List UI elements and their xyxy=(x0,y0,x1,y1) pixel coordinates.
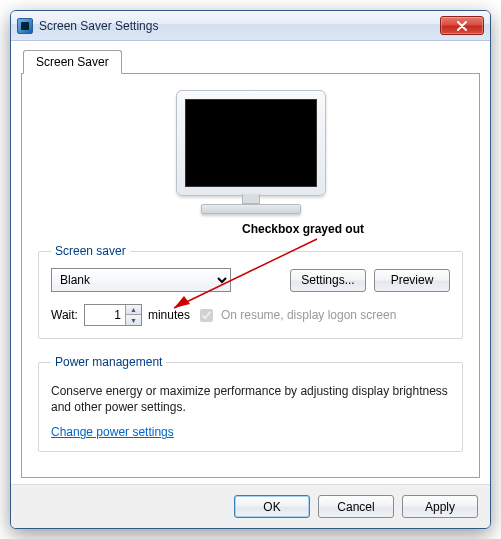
preview-button[interactable]: Preview xyxy=(374,269,450,292)
resume-checkbox-group: On resume, display logon screen xyxy=(196,306,396,325)
screensaver-group: Screen saver Blank Settings... Preview W… xyxy=(38,244,463,339)
tab-screensaver[interactable]: Screen Saver xyxy=(23,50,122,74)
spinner-down[interactable]: ▼ xyxy=(126,315,141,325)
cancel-button[interactable]: Cancel xyxy=(318,495,394,518)
settings-button[interactable]: Settings... xyxy=(290,269,366,292)
wait-label: Wait: xyxy=(51,308,78,322)
wait-spinner[interactable]: ▲ ▼ xyxy=(84,304,142,326)
change-power-settings-link[interactable]: Change power settings xyxy=(51,425,174,439)
resume-checkbox xyxy=(200,309,213,322)
apply-button[interactable]: Apply xyxy=(402,495,478,518)
power-legend: Power management xyxy=(51,355,166,369)
window-title: Screen Saver Settings xyxy=(39,19,440,33)
screensaver-select[interactable]: Blank xyxy=(51,268,231,292)
wait-unit: minutes xyxy=(148,308,190,322)
power-text: Conserve energy or maximize performance … xyxy=(51,383,450,415)
titlebar[interactable]: Screen Saver Settings xyxy=(11,11,490,41)
close-button[interactable] xyxy=(440,16,484,35)
screensaver-settings-window: Screen Saver Settings Screen Saver Check… xyxy=(10,10,491,529)
screensaver-legend: Screen saver xyxy=(51,244,130,258)
spinner-up[interactable]: ▲ xyxy=(126,305,141,315)
dialog-body: Screen Saver Checkbox grayed out Screen … xyxy=(11,41,490,484)
ok-button[interactable]: OK xyxy=(234,495,310,518)
monitor-screen xyxy=(185,99,317,187)
tabstrip: Screen Saver xyxy=(21,50,480,74)
monitor-preview xyxy=(166,90,336,230)
wait-input[interactable] xyxy=(85,305,125,325)
dialog-footer: OK Cancel Apply xyxy=(11,484,490,528)
annotation-label: Checkbox grayed out xyxy=(242,222,364,236)
resume-label: On resume, display logon screen xyxy=(221,308,396,322)
screensaver-icon xyxy=(17,18,33,34)
tab-content: Checkbox grayed out Screen saver Blank S… xyxy=(21,73,480,478)
power-group: Power management Conserve energy or maxi… xyxy=(38,355,463,452)
preview-area xyxy=(38,88,463,238)
close-icon xyxy=(457,21,467,31)
